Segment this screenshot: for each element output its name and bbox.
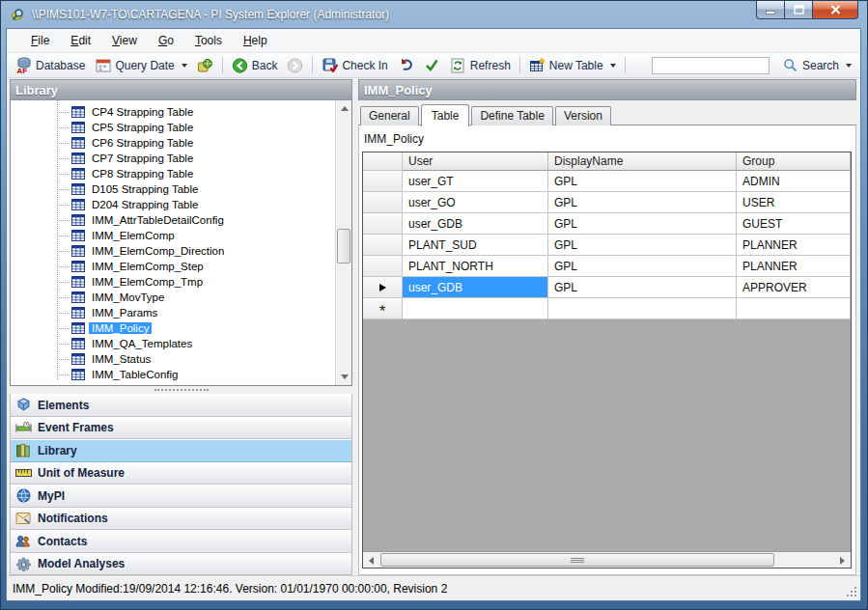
grid-cell[interactable]: GPL (548, 171, 737, 192)
search-button[interactable]: Search (777, 55, 856, 75)
scroll-down-button[interactable] (336, 369, 352, 385)
time-context-button[interactable] (192, 55, 218, 75)
grid-cell[interactable]: GPL (548, 277, 737, 298)
query-date-button[interactable]: Query Date (90, 55, 191, 75)
tree-item[interactable]: D105 Strapping Table (11, 181, 335, 197)
grid-cell[interactable]: APPROVER (737, 277, 851, 298)
scroll-left-button[interactable] (363, 552, 379, 568)
nav-item-mypi[interactable]: MyPI (11, 485, 351, 508)
grid-column-header-group[interactable]: Group (737, 152, 851, 171)
tree-item[interactable]: CP7 Strapping Table (11, 151, 335, 166)
scrollbar-thumb[interactable] (337, 229, 350, 263)
table-row[interactable]: user_GOGPLUSER (363, 192, 851, 213)
grid-cell[interactable]: user_GDB (403, 213, 548, 235)
grid-cell[interactable] (548, 298, 737, 319)
grid-cell[interactable] (403, 298, 548, 319)
tree-item[interactable]: IMM_MovType (11, 290, 335, 305)
nav-item-elements[interactable]: Elements (11, 394, 351, 417)
grid-cell[interactable]: USER (737, 192, 851, 213)
tree-item[interactable]: IMM_TableConfig (11, 367, 335, 382)
forward-button[interactable] (282, 55, 308, 75)
nav-item-notifications[interactable]: Notifications (11, 508, 351, 531)
search-dropdown-icon[interactable] (846, 64, 852, 68)
search-input[interactable] (652, 57, 770, 74)
database-button[interactable]: AF Database (11, 55, 90, 75)
tree-item[interactable]: IMM_Status (11, 351, 335, 367)
grid-cell[interactable]: GPL (548, 256, 737, 277)
grid-cell[interactable] (737, 298, 851, 319)
tab-general[interactable]: General (360, 106, 419, 125)
grid-cell[interactable]: ADMIN (737, 171, 851, 192)
row-selector[interactable] (363, 171, 403, 192)
grid-cell[interactable]: GPL (548, 213, 737, 235)
undo-checkout-button[interactable] (393, 55, 419, 75)
nav-item-contacts[interactable]: Contacts (11, 530, 351, 553)
grid-cell[interactable]: PLANNER (737, 235, 851, 256)
grid-cell[interactable]: GPL (548, 235, 737, 256)
tab-version[interactable]: Version (555, 106, 611, 125)
grid-cell[interactable]: user_GO (403, 192, 548, 213)
tree-item[interactable]: IMM_ElemComp_Tmp (11, 274, 335, 290)
tree-item[interactable]: CP5 Strapping Table (11, 120, 335, 135)
tree-item[interactable]: IMM_QA_Templates (11, 336, 335, 351)
grid-cell[interactable]: PLANT_SUD (403, 235, 548, 256)
scrollbar-thumb[interactable] (380, 553, 774, 567)
row-selector[interactable] (363, 277, 403, 298)
tree-item[interactable]: IMM_Params (11, 305, 335, 320)
grid-cell[interactable]: PLANT_NORTH (403, 256, 548, 277)
grid-cell[interactable]: user_GDB (403, 277, 548, 298)
table-row[interactable]: PLANT_SUDGPLPLANNER (363, 235, 851, 256)
tree-item[interactable]: CP6 Strapping Table (11, 135, 335, 151)
minimize-button[interactable] (756, 1, 785, 19)
tree-item[interactable]: D204 Strapping Table (11, 197, 335, 212)
refresh-button[interactable]: Refresh (445, 55, 516, 75)
table-row[interactable]: user_GDBGPLAPPROVER (363, 277, 851, 298)
scroll-up-button[interactable] (336, 100, 352, 117)
row-selector[interactable] (363, 235, 403, 256)
grid-column-header-user[interactable]: User (403, 152, 548, 171)
row-selector[interactable] (363, 256, 403, 277)
tree-item[interactable]: CP4 Strapping Table (11, 104, 335, 120)
grid-column-header-displayname[interactable]: DisplayName (548, 152, 737, 171)
tree-item[interactable]: IMM_ElemComp_Step (11, 259, 335, 274)
grid-cell[interactable]: GUEST (737, 213, 851, 235)
tab-define-table[interactable]: Define Table (471, 106, 553, 125)
maximize-button[interactable] (785, 1, 813, 19)
row-selector[interactable] (363, 213, 403, 235)
scroll-right-button[interactable] (834, 552, 851, 568)
menu-item-go[interactable]: Go (148, 30, 184, 51)
tree-item[interactable]: CP8 Strapping Table (11, 166, 335, 181)
back-button[interactable]: Back (227, 55, 283, 75)
resize-grip-icon[interactable] (846, 586, 857, 597)
tab-table[interactable]: Table (421, 104, 470, 126)
nav-item-model-analyses[interactable]: Model Analyses (11, 553, 351, 575)
table-row[interactable]: PLANT_NORTHGPLPLANNER (363, 256, 851, 277)
new-row[interactable]: * (363, 298, 851, 319)
tree-nav-splitter[interactable] (10, 386, 352, 394)
nav-item-unit-of-measure[interactable]: Unit of Measure (11, 462, 351, 485)
grid-cell[interactable]: user_GT (403, 171, 548, 192)
menu-item-help[interactable]: Help (233, 30, 278, 51)
close-button[interactable] (813, 1, 858, 19)
table-row[interactable]: user_GDBGPLGUEST (363, 213, 851, 235)
table-row[interactable]: user_GTGPLADMIN (363, 171, 851, 192)
menu-item-view[interactable]: View (101, 30, 148, 51)
row-selector[interactable] (363, 192, 403, 213)
query-date-dropdown-icon[interactable] (182, 64, 187, 68)
tree-item[interactable]: IMM_AttrTableDetailConfig (11, 212, 335, 228)
nav-item-event-frames[interactable]: Event Frames (11, 417, 351, 440)
tree-item[interactable]: IMM_Policy (11, 320, 335, 336)
grid-horizontal-scrollbar[interactable] (363, 551, 851, 568)
menu-item-edit[interactable]: Edit (60, 30, 101, 51)
new-table-button[interactable]: New Table (524, 55, 621, 75)
nav-item-library[interactable]: Library (11, 439, 351, 462)
check-in-button[interactable]: Check In (317, 55, 392, 75)
tree-item[interactable]: IMM_ElemComp (11, 228, 335, 243)
grid-cell[interactable]: PLANNER (737, 256, 851, 277)
tree-item[interactable]: IMM_ElemComp_Direction (11, 243, 335, 259)
title-bar[interactable]: \\PIMS101-W7-TO\CARTAGENA - PI System Ex… (1, 1, 867, 28)
apply-button[interactable] (419, 55, 445, 75)
new-table-dropdown-icon[interactable] (610, 64, 616, 68)
tree-vertical-scrollbar[interactable] (335, 100, 351, 385)
menu-item-file[interactable]: File (20, 30, 60, 51)
